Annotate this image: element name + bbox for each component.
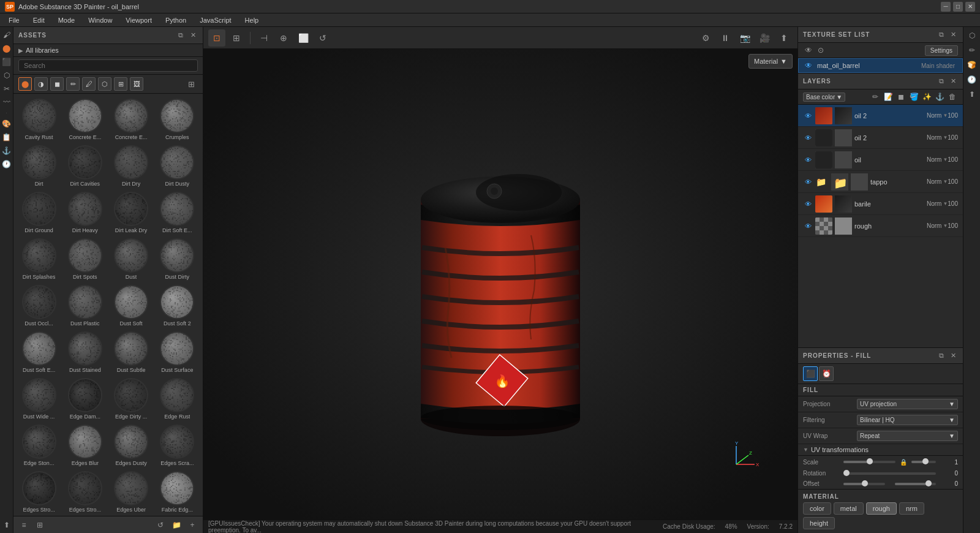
scale-slider-track-2[interactable]: [911, 461, 936, 463]
viewport[interactable]: 🔥 Material ▼ Y X: [203, 49, 797, 520]
layers-anchor-btn[interactable]: ⚓: [934, 91, 945, 102]
toolbar-select-btn[interactable]: ⬤: [1, 43, 12, 54]
asset-item[interactable]: Dirt Soft E...: [157, 192, 198, 233]
pause-btn[interactable]: ⏸: [717, 29, 734, 47]
asset-item[interactable]: Edges Scra...: [157, 425, 198, 466]
scale-slider-track[interactable]: [843, 461, 895, 463]
toolbar-layers-btn[interactable]: 📋: [1, 132, 12, 143]
minimize-button[interactable]: ─: [941, 2, 951, 12]
props-tab-fill[interactable]: ⬛: [803, 366, 818, 381]
assets-close-btn[interactable]: ✕: [188, 31, 198, 40]
assets-dock-btn[interactable]: ⧉: [176, 31, 186, 40]
texture-set-expand-btn[interactable]: ⧉: [937, 30, 946, 40]
layer-row[interactable]: 👁oilNorm ▼100: [798, 149, 963, 171]
ts-eye-all-btn[interactable]: 👁: [803, 45, 814, 56]
filter-square-icon[interactable]: ◼: [50, 77, 64, 91]
layers-fill-btn[interactable]: 🪣: [908, 91, 919, 102]
asset-item[interactable]: Dust Occl...: [18, 285, 59, 327]
toolbar-eraser-btn[interactable]: ⬡: [1, 70, 12, 81]
asset-item[interactable]: Dirt Splashes: [18, 238, 59, 280]
assets-new-folder-btn[interactable]: 📁: [171, 520, 182, 531]
toolbar-smudge-btn[interactable]: 〰: [1, 97, 12, 108]
toolbar-history-btn[interactable]: 🕐: [1, 159, 12, 170]
toolbar-paint-btn[interactable]: 🖌: [1, 29, 12, 40]
layers-mask-btn[interactable]: ◼: [895, 91, 907, 102]
material-tab-height[interactable]: height: [803, 517, 835, 529]
filtering-dropdown[interactable]: Bilinear | HQ ▼: [857, 415, 958, 425]
layers-add-btn[interactable]: 🗑: [947, 91, 958, 102]
close-button[interactable]: ✕: [965, 2, 975, 12]
asset-item[interactable]: Edge Rust: [157, 378, 198, 420]
asset-item[interactable]: Crumples: [157, 99, 198, 140]
menu-item-help[interactable]: Help: [239, 15, 265, 25]
assets-grid-view-btn[interactable]: ⊞: [184, 77, 198, 91]
filter-grid-icon[interactable]: ⊞: [114, 77, 127, 91]
toolbar-clone-btn[interactable]: ✂: [1, 83, 12, 94]
asset-item[interactable]: Dust Soft 2: [157, 285, 198, 327]
asset-item[interactable]: Cavity Rust: [18, 99, 59, 140]
layers-expand-btn[interactable]: ⧉: [937, 77, 946, 86]
properties-expand-btn[interactable]: ⧉: [937, 351, 946, 361]
asset-item[interactable]: Dust Soft E...: [18, 331, 59, 373]
right-tool-render-btn[interactable]: ⬡: [966, 29, 978, 42]
layer-eye-btn[interactable]: 👁: [803, 221, 813, 231]
filter-pen-icon[interactable]: 🖊: [82, 77, 96, 91]
asset-item[interactable]: Dirt Leak Dry: [111, 192, 152, 233]
asset-item[interactable]: Edges Stro...: [64, 471, 105, 513]
texture-set-item[interactable]: 👁 mat_oil_barrel Main shader: [798, 58, 963, 73]
assets-list-view-btn[interactable]: ≡: [18, 520, 29, 531]
menu-item-python[interactable]: Python: [159, 15, 192, 25]
filter-mask-icon[interactable]: ⬡: [98, 77, 111, 91]
material-tab-metal[interactable]: metal: [834, 502, 864, 515]
layer-eye-btn[interactable]: 👁: [803, 155, 813, 165]
asset-item[interactable]: Dust Surface: [157, 331, 198, 373]
asset-item[interactable]: Dust Soft: [111, 285, 152, 327]
assets-add-btn[interactable]: +: [187, 520, 198, 531]
right-tool-history-btn[interactable]: 🕐: [966, 74, 978, 86]
toolbar-anchor-btn[interactable]: ⚓: [1, 145, 12, 156]
menu-item-file[interactable]: File: [2, 15, 26, 25]
asset-item[interactable]: Dirt Spots: [64, 238, 105, 280]
maximize-button[interactable]: □: [953, 2, 963, 12]
texture-set-close-btn[interactable]: ✕: [948, 30, 958, 40]
layers-close-btn[interactable]: ✕: [948, 77, 958, 86]
scale-lock-btn[interactable]: 🔒: [899, 458, 908, 466]
right-tool-export-btn[interactable]: ⬆: [966, 88, 978, 100]
filter-all-icon[interactable]: ⬤: [18, 77, 32, 91]
menu-item-edit[interactable]: Edit: [27, 15, 51, 25]
settings-icon-btn[interactable]: ⚙: [697, 29, 714, 47]
mirror-btn[interactable]: ⊣: [255, 29, 273, 47]
filter-image-icon[interactable]: 🖼: [130, 77, 143, 91]
export-view-btn[interactable]: ⬆: [775, 29, 793, 47]
layers-paint-btn[interactable]: ✏: [870, 91, 881, 102]
layer-row[interactable]: 👁oil 2Norm ▼100: [798, 127, 963, 149]
ts-item-eye[interactable]: 👁: [804, 61, 813, 70]
layer-eye-btn[interactable]: 👁: [803, 111, 813, 121]
menu-item-mode[interactable]: Mode: [52, 15, 81, 25]
asset-item[interactable]: Dust Subtle: [111, 331, 152, 373]
search-input[interactable]: [18, 59, 198, 72]
material-tab-color[interactable]: color: [803, 502, 831, 515]
filter-brush-icon[interactable]: ✏: [66, 77, 80, 91]
layer-row[interactable]: 👁oil 2Norm ▼100: [798, 105, 963, 127]
right-tool-bake-btn[interactable]: 🍞: [966, 59, 978, 71]
offset-slider-track-2[interactable]: [895, 483, 937, 485]
settings-button[interactable]: Settings: [925, 45, 958, 56]
asset-item[interactable]: Dirt Dusty: [157, 145, 198, 187]
ts-eye-off-btn[interactable]: ⊙: [815, 45, 826, 56]
mode-btn[interactable]: 🎥: [756, 29, 773, 47]
menu-item-viewport[interactable]: Viewport: [119, 15, 158, 25]
asset-item[interactable]: Edges Stro...: [18, 471, 59, 513]
toolbar-export-btn[interactable]: ⬆: [1, 520, 12, 531]
asset-item[interactable]: Dirt Heavy: [64, 192, 105, 233]
snapshot-btn[interactable]: 📷: [736, 29, 753, 47]
menu-item-javascript[interactable]: JavaScript: [194, 15, 237, 25]
viewport-grid-btn[interactable]: ⊞: [228, 29, 245, 47]
viewport-2d-btn[interactable]: ⊡: [208, 29, 225, 47]
props-tab-clock[interactable]: ⏰: [819, 366, 834, 381]
offset-slider-track[interactable]: [843, 483, 885, 485]
layer-row[interactable]: 👁barileNorm ▼100: [798, 193, 963, 215]
frame-btn[interactable]: ⬜: [295, 29, 312, 47]
material-dropdown[interactable]: Material ▼: [748, 54, 793, 69]
asset-item[interactable]: Dirt Dry: [111, 145, 152, 187]
